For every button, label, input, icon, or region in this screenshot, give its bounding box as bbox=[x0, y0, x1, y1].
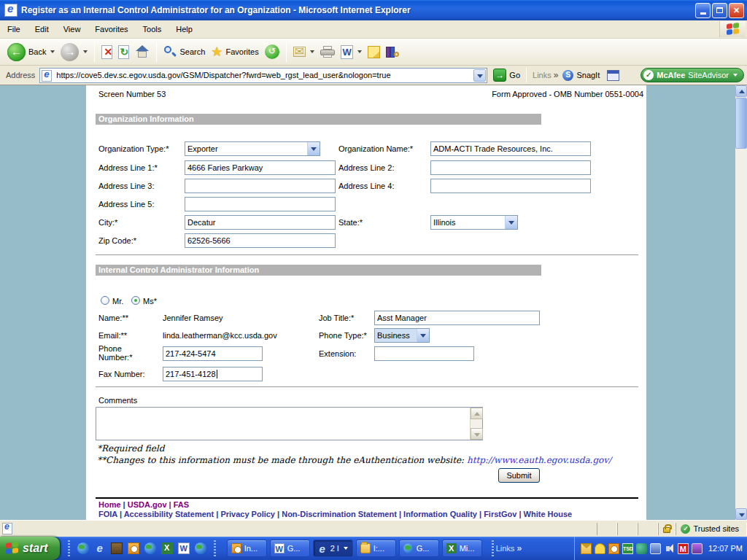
clock-tray-icon[interactable] bbox=[608, 543, 619, 554]
task-button-1[interactable]: In... bbox=[227, 540, 267, 557]
display-tray-icon[interactable] bbox=[650, 543, 661, 554]
footer-link-firstgov[interactable]: FirstGov bbox=[484, 510, 516, 518]
organization-type-select[interactable]: Exporter bbox=[185, 141, 320, 156]
restore-button[interactable] bbox=[712, 3, 727, 18]
links-toolbar[interactable]: Links bbox=[533, 71, 551, 79]
back-button[interactable]: ← Back bbox=[4, 42, 58, 63]
mcafee-tray-icon[interactable]: M bbox=[678, 543, 689, 554]
menu-view[interactable]: View bbox=[63, 25, 81, 34]
globe-icon[interactable] bbox=[77, 542, 89, 554]
volume-tray-icon[interactable] bbox=[664, 543, 675, 554]
menu-tools[interactable]: Tools bbox=[143, 25, 162, 34]
toolbar-grip[interactable] bbox=[68, 540, 70, 556]
taskbar-links-toolbar[interactable]: Links » bbox=[489, 540, 526, 556]
phone-type-select[interactable]: Business bbox=[374, 328, 430, 343]
job-title-input[interactable] bbox=[374, 311, 540, 325]
forward-dropdown-icon[interactable] bbox=[83, 50, 88, 53]
globe-icon[interactable] bbox=[195, 542, 206, 554]
zip-input[interactable] bbox=[185, 233, 336, 248]
group-dropdown-icon[interactable] bbox=[344, 547, 348, 550]
snagit-button[interactable]: S SnagIt bbox=[562, 70, 600, 81]
state-select[interactable]: Illinois bbox=[430, 215, 518, 230]
forward-button[interactable]: → bbox=[58, 42, 90, 63]
organization-name-input[interactable] bbox=[430, 141, 591, 156]
home-button[interactable] bbox=[132, 44, 152, 60]
footer-link-non-discrimination-statement[interactable]: Non-Discrimination Statement bbox=[282, 510, 397, 518]
submit-button[interactable]: Submit bbox=[498, 468, 540, 483]
refresh-button[interactable]: ↻ bbox=[115, 44, 132, 61]
go-button[interactable]: → Go bbox=[493, 69, 520, 82]
word-dropdown-icon[interactable] bbox=[357, 50, 362, 53]
menu-edit[interactable]: Edit bbox=[35, 25, 49, 34]
menu-file[interactable]: File bbox=[7, 25, 20, 34]
excel-icon[interactable]: X bbox=[161, 542, 173, 554]
book-icon[interactable] bbox=[111, 542, 123, 554]
extension-input[interactable] bbox=[374, 346, 474, 361]
salutation-ms-radio[interactable] bbox=[131, 296, 140, 305]
stop-button[interactable]: ✕ bbox=[98, 44, 115, 61]
task-button-4[interactable]: I:... bbox=[356, 540, 396, 557]
task-button-6[interactable]: X Mi... bbox=[442, 540, 482, 557]
fax-input[interactable] bbox=[163, 367, 263, 381]
vertical-scrollbar[interactable] bbox=[735, 85, 747, 520]
footer-link-accessibility-statement[interactable]: Accessibility Statement bbox=[124, 510, 214, 518]
sticky-note-button[interactable] bbox=[365, 44, 383, 60]
chevron-double-icon[interactable]: » bbox=[516, 543, 522, 553]
word-icon[interactable]: W bbox=[178, 542, 190, 554]
snagit-editor-icon[interactable] bbox=[607, 70, 619, 81]
minimize-button[interactable] bbox=[695, 3, 711, 18]
footer-link-foia[interactable]: FOIA bbox=[98, 510, 117, 518]
globe-icon[interactable] bbox=[144, 542, 156, 554]
history-button[interactable]: ↺ bbox=[262, 43, 282, 61]
scroll-up-icon[interactable] bbox=[471, 408, 483, 419]
footer-link-usda-gov[interactable]: USDA.gov bbox=[128, 500, 167, 509]
mail-button[interactable]: ✉ bbox=[290, 45, 317, 58]
search-button[interactable]: Search bbox=[160, 44, 208, 60]
close-button[interactable]: ✕ bbox=[729, 3, 744, 18]
back-dropdown-icon[interactable] bbox=[50, 50, 55, 53]
mail-dropdown-icon[interactable] bbox=[310, 50, 314, 53]
footer-link-privacy-policy[interactable]: Privacy Policy bbox=[220, 510, 275, 518]
toolbar-grip[interactable] bbox=[214, 540, 216, 556]
key-tray-icon[interactable] bbox=[595, 543, 605, 554]
ie-icon[interactable]: e bbox=[94, 542, 106, 554]
green-app-tray-icon[interactable] bbox=[636, 543, 647, 554]
footer-link-information-quality[interactable]: Information Quality bbox=[403, 510, 477, 518]
mail-tray-icon[interactable] bbox=[581, 543, 592, 554]
menu-favorites[interactable]: Favorites bbox=[95, 25, 128, 34]
menu-help[interactable]: Help bbox=[176, 25, 193, 34]
scroll-up-icon[interactable] bbox=[735, 85, 747, 97]
address1-input[interactable] bbox=[185, 160, 336, 175]
address2-input[interactable] bbox=[430, 160, 591, 175]
footer-link-home[interactable]: Home bbox=[98, 500, 121, 509]
salutation-mr-radio[interactable] bbox=[101, 296, 109, 305]
edit-with-word-button[interactable]: W bbox=[338, 44, 365, 61]
task-button-5[interactable]: G... bbox=[399, 540, 439, 557]
scroll-down-icon[interactable] bbox=[471, 428, 483, 440]
tsd-tray-icon[interactable]: TSD bbox=[622, 543, 633, 554]
footer-link-fas[interactable]: FAS bbox=[174, 500, 189, 509]
print-button[interactable] bbox=[317, 44, 338, 59]
address3-input[interactable] bbox=[185, 179, 336, 193]
address4-input[interactable] bbox=[430, 179, 591, 193]
start-button[interactable]: start bbox=[0, 537, 60, 560]
url-combobox[interactable] bbox=[39, 68, 487, 83]
task-button-ie-group[interactable]: e 2 I bbox=[313, 540, 353, 557]
address5-input[interactable] bbox=[185, 197, 336, 211]
eauth-link[interactable]: http://www.eauth.egov.usda.gov/ bbox=[467, 455, 611, 465]
toolbar-grip[interactable] bbox=[492, 540, 494, 556]
chevron-double-icon[interactable]: » bbox=[554, 70, 559, 80]
url-dropdown-icon[interactable] bbox=[473, 69, 486, 82]
city-input[interactable] bbox=[185, 215, 336, 230]
mcafee-dropdown-icon[interactable] bbox=[733, 74, 738, 77]
footer-link-white-house[interactable]: White House bbox=[524, 510, 573, 518]
phone-number-input[interactable] bbox=[163, 346, 263, 361]
comments-textarea[interactable] bbox=[96, 408, 470, 440]
clock-app-icon[interactable] bbox=[128, 542, 139, 554]
network-tray-icon[interactable] bbox=[692, 543, 703, 554]
scrollbar-thumb[interactable] bbox=[735, 98, 747, 149]
task-button-2[interactable]: W G... bbox=[270, 540, 310, 557]
favorites-button[interactable]: ★ Favorites bbox=[208, 42, 261, 61]
scroll-down-icon[interactable] bbox=[735, 508, 747, 520]
mcafee-siteadvisor-button[interactable]: ✓ McAfee SiteAdvisor bbox=[640, 68, 744, 82]
